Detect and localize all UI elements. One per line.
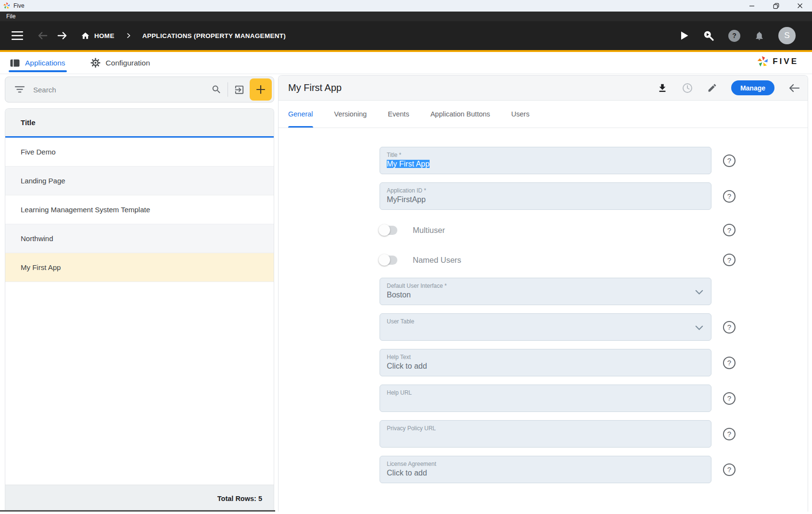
filter-icon[interactable]: [15, 86, 25, 93]
detail-tab-application-buttons[interactable]: Application Buttons: [431, 101, 490, 128]
forward-arrow-icon[interactable]: [57, 31, 67, 40]
search-icon[interactable]: [211, 84, 222, 95]
form-row-default-user-interface: Default User Interface *Boston: [380, 278, 808, 305]
window-title: Five: [13, 2, 25, 9]
help-icon[interactable]: ?: [723, 463, 736, 476]
field-label: License Agreement: [387, 461, 704, 467]
detail-tab-users[interactable]: Users: [511, 101, 530, 128]
menu-file[interactable]: File: [4, 13, 17, 20]
detail-header: My First App Manage: [279, 76, 808, 101]
field-value: [387, 326, 704, 335]
help-icon[interactable]: ?: [723, 224, 736, 236]
detail-tabs: GeneralVersioningEventsApplication Butto…: [279, 101, 808, 128]
list-item-my-first-app[interactable]: My First App: [5, 253, 274, 282]
detail-tab-general[interactable]: General: [288, 101, 313, 128]
download-icon[interactable]: [657, 83, 668, 93]
avatar-initial: S: [784, 31, 789, 40]
user-avatar[interactable]: S: [778, 27, 796, 44]
list-item-learning-management-system-template[interactable]: Learning Management System Template: [5, 195, 274, 224]
detail-tab-events[interactable]: Events: [388, 101, 409, 128]
field-application-id[interactable]: Application ID *MyFirstApp: [380, 182, 711, 210]
chevron-right-icon: [125, 32, 132, 39]
field-license-agreement[interactable]: License AgreementClick to add: [380, 456, 711, 483]
add-application-button[interactable]: [250, 78, 272, 101]
tab-configuration[interactable]: Configuration: [89, 52, 152, 74]
search-input[interactable]: [33, 86, 211, 94]
list-item-title: Learning Management System Template: [21, 206, 150, 214]
applications-icon: [10, 59, 20, 67]
close-button[interactable]: [788, 0, 812, 12]
column-header-label: Title: [21, 118, 36, 127]
help-icon[interactable]: ?: [723, 190, 736, 203]
toggle-field-named-users: Named Users: [380, 256, 711, 265]
run-search-icon[interactable]: [703, 30, 714, 41]
run-app-icon[interactable]: [680, 31, 689, 40]
detail-panel: My First App Manage GeneralVersioningEve…: [278, 75, 808, 512]
list-item-northwind[interactable]: Northwind: [5, 224, 274, 253]
home-icon: [81, 31, 90, 40]
five-pinwheel-icon: [757, 55, 769, 68]
minimize-button[interactable]: [740, 0, 764, 12]
total-rows-label: Total Rows: 5: [217, 495, 262, 502]
help-icon[interactable]: ?: [723, 428, 736, 440]
selected-text: My First App: [387, 160, 430, 168]
detail-tab-versioning[interactable]: Versioning: [334, 101, 367, 128]
field-privacy-policy-url[interactable]: Privacy Policy URL: [380, 420, 711, 448]
toggle-label: Multiuser: [413, 226, 445, 235]
menu-bar: File: [0, 12, 812, 21]
manage-button[interactable]: Manage: [731, 80, 774, 95]
help-icon[interactable]: ?: [723, 392, 736, 405]
list-item-five-demo[interactable]: Five Demo: [5, 138, 274, 167]
field-label: Title *: [387, 152, 704, 158]
history-clock-icon[interactable]: [682, 82, 693, 94]
field-help-text[interactable]: Help TextClick to add: [380, 349, 711, 376]
form-row-help-url: Help URL ?: [380, 385, 808, 412]
breadcrumb-current: APPLICATIONS (PROPERTY MANAGEMENT): [142, 32, 286, 39]
applications-list: Five DemoLanding PageLearning Management…: [5, 138, 274, 282]
form-row-license-agreement: License AgreementClick to add?: [380, 456, 808, 483]
field-value: My First App: [387, 160, 704, 169]
field-value: Click to add: [387, 469, 704, 478]
general-form: Title *My First App?Application ID *MyFi…: [279, 128, 808, 512]
field-value: [387, 433, 704, 442]
back-arrow-icon[interactable]: [38, 31, 48, 40]
select-default-user-interface[interactable]: Default User Interface *Boston: [380, 278, 711, 305]
field-title[interactable]: Title *My First App: [380, 147, 711, 174]
field-label: Help Text: [387, 354, 704, 360]
list-item-title: Landing Page: [21, 177, 65, 185]
field-help-url[interactable]: Help URL: [380, 385, 711, 412]
list-item-title: My First App: [21, 263, 61, 271]
home-label: HOME: [94, 32, 114, 39]
breadcrumb-home[interactable]: HOME: [81, 31, 114, 40]
help-icon-nav[interactable]: ?: [728, 30, 740, 42]
field-label: Privacy Policy URL: [387, 425, 704, 432]
list-item-title: Northwind: [21, 234, 53, 243]
tab-applications[interactable]: Applications: [9, 52, 67, 74]
form-row-application-id: Application ID *MyFirstApp?: [380, 182, 808, 210]
edit-pencil-icon[interactable]: [707, 83, 717, 93]
toggle-knob: [379, 224, 390, 236]
open-record-icon[interactable]: [234, 84, 245, 95]
list-item-landing-page[interactable]: Landing Page: [5, 167, 274, 195]
notifications-bell-icon[interactable]: [754, 31, 764, 41]
detail-title: My First App: [288, 82, 342, 93]
nav-bar: HOME APPLICATIONS (PROPERTY MANAGEMENT) …: [0, 21, 812, 52]
select-user-table[interactable]: User Table: [380, 313, 711, 341]
help-icon[interactable]: ?: [723, 154, 736, 167]
help-icon[interactable]: ?: [723, 357, 736, 369]
help-icon[interactable]: ?: [723, 254, 736, 266]
toggle-named-users[interactable]: [380, 256, 397, 265]
hamburger-menu-icon[interactable]: [12, 31, 23, 40]
content-area: Title Five DemoLanding PageLearning Mana…: [0, 74, 812, 512]
five-brand-logo: FIVE: [757, 55, 799, 68]
form-row-help-text: Help TextClick to add?: [380, 349, 808, 376]
restore-button[interactable]: [764, 0, 788, 12]
toggle-multiuser[interactable]: [380, 226, 397, 235]
form-row-privacy-policy-url: Privacy Policy URL ?: [380, 420, 808, 448]
help-icon[interactable]: ?: [723, 321, 736, 334]
left-panel: Title Five DemoLanding PageLearning Mana…: [5, 74, 274, 512]
table-header-title[interactable]: Title: [5, 109, 274, 138]
search-bar: [5, 77, 274, 103]
collapse-panel-arrow-icon[interactable]: [788, 83, 800, 93]
gear-icon: [90, 58, 101, 68]
